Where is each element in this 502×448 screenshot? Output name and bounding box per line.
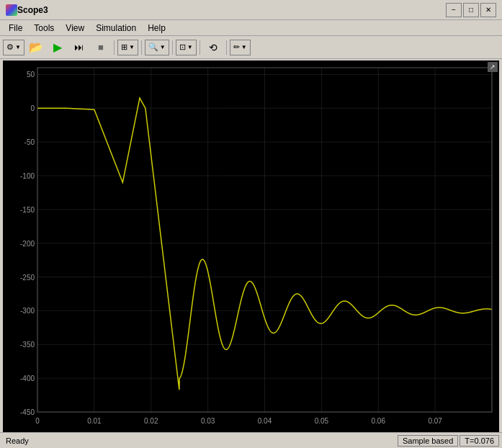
layout-dropdown[interactable]: ⊞ ▼: [117, 40, 138, 55]
status-right-panel: Sample based T=0.076: [398, 435, 499, 447]
rewind-button[interactable]: ⟲: [203, 38, 223, 57]
style-arrow: ▼: [241, 44, 247, 50]
scope-container: ↗: [0, 59, 502, 432]
step-button[interactable]: ⏭: [69, 38, 89, 57]
open-button[interactable]: 📂: [26, 38, 46, 57]
separator-4: [200, 40, 200, 55]
menu-file[interactable]: File: [3, 22, 28, 35]
title-bar: Scope3 − □ ✕: [0, 0, 502, 20]
menu-help[interactable]: Help: [142, 22, 171, 35]
toolbar: ⚙ ▼ 📂 ▶ ⏭ ■ ⊞ ▼ 🔍 ▼ ⊡ ▼ ⟲ ✏ ▼: [0, 36, 502, 59]
open-icon: 📂: [29, 40, 43, 54]
scope-canvas[interactable]: [3, 61, 499, 432]
style-icon: ✏: [233, 42, 240, 52]
zoom-dropdown[interactable]: 🔍 ▼: [145, 40, 169, 55]
separator-5: [226, 40, 227, 55]
rewind-icon: ⟲: [209, 42, 218, 53]
separator-2: [141, 40, 142, 55]
fit-arrow: ▼: [187, 44, 193, 50]
step-icon: ⏭: [74, 42, 84, 53]
maximize-button[interactable]: □: [463, 3, 479, 17]
layout-icon: ⊞: [121, 42, 127, 52]
plot-wrapper: ↗: [3, 61, 499, 432]
zoom-arrow: ▼: [160, 44, 166, 50]
expand-button[interactable]: ↗: [488, 62, 498, 72]
menu-view[interactable]: View: [60, 22, 90, 35]
stop-icon: ■: [98, 42, 104, 53]
gear-icon: ⚙: [6, 42, 14, 52]
separator-1: [114, 40, 115, 55]
menu-tools[interactable]: Tools: [28, 22, 60, 35]
fit-dropdown[interactable]: ⊡ ▼: [176, 40, 197, 55]
status-bar: Ready Sample based T=0.076: [0, 432, 502, 448]
separator-3: [172, 40, 173, 55]
play-icon: ▶: [53, 40, 62, 54]
style-dropdown[interactable]: ✏ ▼: [230, 40, 251, 55]
layout-arrow: ▼: [129, 44, 135, 50]
status-ready-text: Ready: [3, 436, 398, 445]
settings-dropdown[interactable]: ⚙ ▼: [3, 40, 24, 55]
play-button[interactable]: ▶: [48, 38, 68, 57]
menu-simulation[interactable]: Simulation: [90, 22, 142, 35]
menu-bar: File Tools View Simulation Help: [0, 20, 502, 36]
app-logo: [6, 4, 17, 16]
time-display: T=0.076: [460, 435, 499, 447]
fit-icon: ⊡: [179, 42, 186, 52]
dropdown-arrow: ▼: [15, 44, 21, 50]
window-controls: − □ ✕: [446, 3, 496, 17]
sample-based-label: Sample based: [398, 435, 458, 447]
minimize-button[interactable]: −: [446, 3, 462, 17]
zoom-icon: 🔍: [148, 42, 158, 52]
stop-button[interactable]: ■: [91, 38, 111, 57]
window-title: Scope3: [17, 5, 446, 15]
close-button[interactable]: ✕: [480, 3, 496, 17]
